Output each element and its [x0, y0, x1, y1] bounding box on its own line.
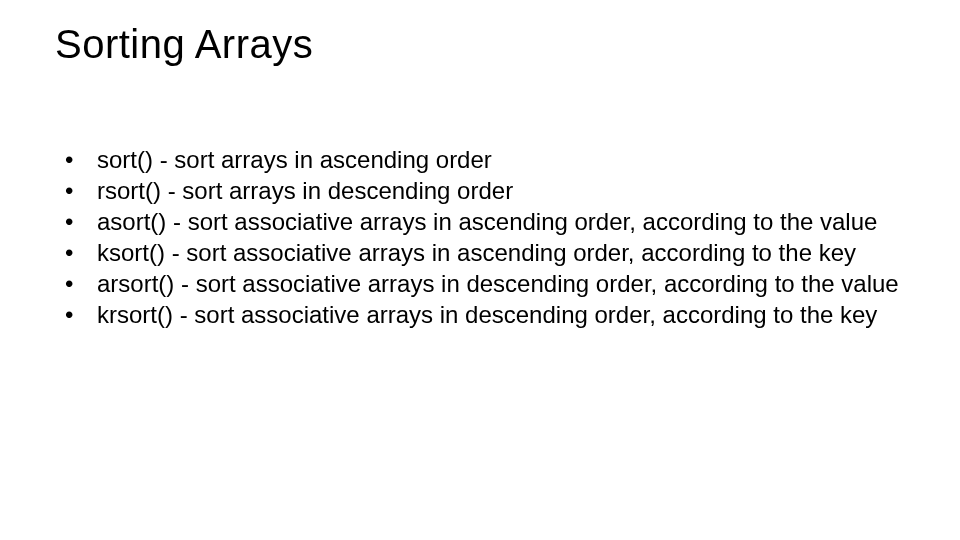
list-item-text: ksort() - sort associative arrays in asc… — [97, 239, 856, 266]
slide: Sorting Arrays •sort() - sort arrays in … — [0, 0, 960, 540]
list-item: •asort() - sort associative arrays in as… — [65, 207, 920, 237]
list-item: •rsort() - sort arrays in descending ord… — [65, 176, 920, 206]
list-item: •sort() - sort arrays in ascending order — [65, 145, 920, 175]
bullet-icon: • — [65, 300, 79, 330]
list-item: •arsort() - sort associative arrays in d… — [65, 269, 920, 299]
list-item-text: krsort() - sort associative arrays in de… — [97, 301, 877, 328]
bullet-list: •sort() - sort arrays in ascending order… — [65, 145, 920, 331]
list-item: •ksort() - sort associative arrays in as… — [65, 238, 920, 268]
list-item-text: sort() - sort arrays in ascending order — [97, 146, 492, 173]
bullet-icon: • — [65, 269, 79, 299]
bullet-icon: • — [65, 238, 79, 268]
list-item-text: asort() - sort associative arrays in asc… — [97, 208, 877, 235]
page-title: Sorting Arrays — [55, 22, 313, 67]
bullet-icon: • — [65, 145, 79, 175]
list-item-text: arsort() - sort associative arrays in de… — [97, 270, 899, 297]
list-item-text: rsort() - sort arrays in descending orde… — [97, 177, 513, 204]
bullet-icon: • — [65, 207, 79, 237]
list-item: •krsort() - sort associative arrays in d… — [65, 300, 920, 330]
bullet-icon: • — [65, 176, 79, 206]
